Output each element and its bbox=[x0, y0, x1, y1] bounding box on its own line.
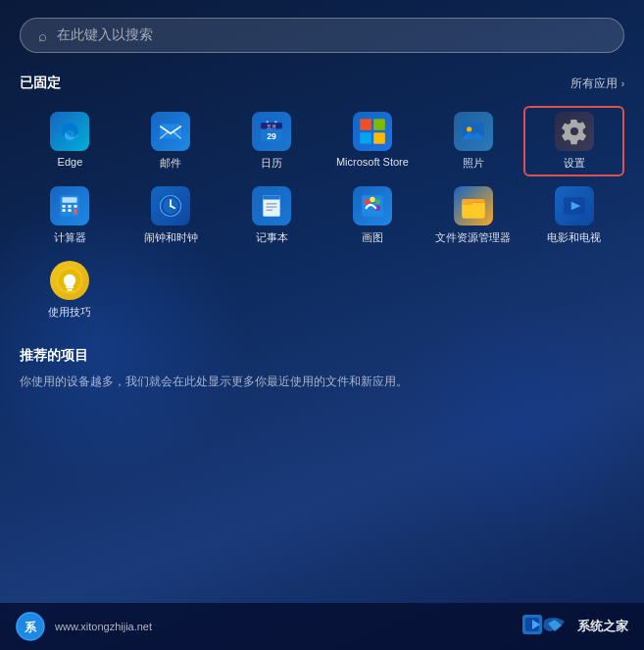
svg-rect-19 bbox=[69, 205, 72, 208]
svg-rect-12 bbox=[360, 132, 372, 144]
svg-rect-47 bbox=[68, 289, 73, 291]
apps-grid: Edge 邮件 29 bbox=[20, 106, 624, 325]
app-photos[interactable]: 照片 bbox=[422, 106, 523, 176]
app-notepad[interactable]: 记事本 bbox=[222, 180, 322, 251]
search-bar[interactable]: ⌕ 在此键入以搜索 bbox=[20, 18, 624, 53]
app-calculator[interactable]: 计算器 bbox=[20, 180, 121, 251]
recommended-title: 推荐的项目 bbox=[20, 347, 624, 365]
chevron-icon: › bbox=[621, 78, 624, 89]
store-label: Microsoft Store bbox=[336, 156, 409, 168]
tips-icon bbox=[50, 261, 89, 300]
svg-text:29: 29 bbox=[267, 131, 276, 141]
paint-label: 画图 bbox=[362, 230, 383, 245]
svg-rect-46 bbox=[67, 286, 74, 288]
notepad-icon bbox=[252, 186, 291, 225]
recommended-section: 推荐的项目 你使用的设备越多，我们就会在此处显示更多你最近使用的文件和新应用。 bbox=[20, 347, 624, 390]
svg-text:五月: 五月 bbox=[267, 125, 276, 129]
search-icon: ⌕ bbox=[38, 27, 47, 44]
clock-icon bbox=[151, 186, 190, 225]
brand-name: 系统之家 bbox=[577, 618, 628, 635]
svg-rect-21 bbox=[63, 209, 66, 212]
site-logo: 系 bbox=[16, 612, 45, 641]
photos-label: 照片 bbox=[463, 156, 484, 171]
photos-icon bbox=[454, 112, 493, 151]
svg-point-36 bbox=[370, 197, 374, 202]
edge-label: Edge bbox=[58, 156, 83, 168]
bottom-left: 系 www.xitongzhijia.net bbox=[16, 612, 152, 641]
app-explorer[interactable]: 文件资源管理器 bbox=[422, 180, 523, 251]
clock-label: 闹钟和时钟 bbox=[144, 230, 198, 245]
calculator-icon bbox=[50, 186, 89, 225]
search-placeholder: 在此键入以搜索 bbox=[57, 26, 153, 44]
all-apps-button[interactable]: 所有应用 › bbox=[570, 75, 624, 92]
edge-icon bbox=[50, 112, 89, 151]
app-calendar[interactable]: 29 五月 日历 bbox=[222, 106, 322, 176]
svg-point-28 bbox=[170, 205, 172, 207]
app-movies[interactable]: 电影和电视 bbox=[523, 180, 624, 251]
app-clock[interactable]: 闹钟和时钟 bbox=[121, 180, 222, 251]
svg-point-37 bbox=[375, 199, 380, 204]
mail-icon bbox=[151, 112, 190, 151]
store-icon bbox=[353, 112, 392, 151]
settings-label: 设置 bbox=[564, 156, 585, 171]
start-menu: ⌕ 在此键入以搜索 已固定 所有应用 › Edge bbox=[20, 10, 624, 601]
svg-text:系: 系 bbox=[25, 621, 37, 634]
notepad-label: 记事本 bbox=[256, 230, 288, 245]
svg-point-35 bbox=[365, 199, 370, 204]
all-apps-label: 所有应用 bbox=[570, 75, 618, 92]
mail-label: 邮件 bbox=[160, 156, 181, 171]
settings-icon bbox=[555, 112, 594, 151]
svg-rect-10 bbox=[360, 119, 372, 130]
site-url: www.xitongzhijia.net bbox=[55, 621, 152, 632]
explorer-icon bbox=[454, 186, 493, 225]
svg-rect-23 bbox=[74, 209, 77, 214]
bottom-right: 系统之家 bbox=[520, 610, 628, 644]
app-mail[interactable]: 邮件 bbox=[121, 106, 222, 176]
svg-rect-13 bbox=[373, 132, 385, 144]
svg-rect-20 bbox=[74, 205, 77, 208]
calculator-label: 计算器 bbox=[54, 230, 86, 245]
app-store[interactable]: Microsoft Store bbox=[322, 106, 423, 176]
movies-icon bbox=[555, 186, 594, 225]
svg-rect-22 bbox=[69, 209, 72, 212]
svg-rect-18 bbox=[63, 205, 66, 208]
brand-logo-icon bbox=[520, 610, 570, 644]
app-edge[interactable]: Edge bbox=[20, 106, 121, 176]
movies-label: 电影和电视 bbox=[547, 230, 601, 245]
recommended-description: 你使用的设备越多，我们就会在此处显示更多你最近使用的文件和新应用。 bbox=[20, 373, 624, 390]
bottom-bar: 系 www.xitongzhijia.net 系统之家 bbox=[0, 603, 644, 650]
svg-rect-11 bbox=[373, 119, 385, 130]
pinned-section-header: 已固定 所有应用 › bbox=[20, 75, 624, 92]
tips-label: 使用技巧 bbox=[48, 305, 91, 320]
svg-rect-30 bbox=[263, 195, 279, 199]
paint-icon bbox=[353, 186, 392, 225]
calendar-label: 日历 bbox=[261, 156, 282, 171]
pinned-title: 已固定 bbox=[20, 75, 61, 92]
app-paint[interactable]: 画图 bbox=[322, 180, 423, 251]
app-settings[interactable]: 设置 bbox=[523, 106, 624, 176]
explorer-label: 文件资源管理器 bbox=[435, 230, 511, 245]
svg-rect-41 bbox=[462, 201, 472, 205]
svg-rect-17 bbox=[63, 197, 77, 202]
svg-point-15 bbox=[467, 126, 471, 131]
calendar-icon: 29 五月 bbox=[252, 112, 291, 151]
app-tips[interactable]: 使用技巧 bbox=[20, 255, 121, 325]
